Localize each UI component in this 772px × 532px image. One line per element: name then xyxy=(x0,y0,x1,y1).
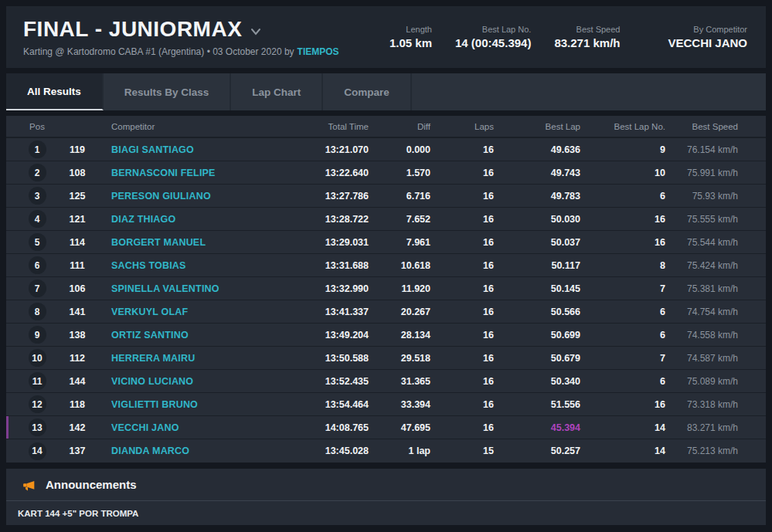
competitor-link[interactable]: HERRERA MAIRU xyxy=(99,353,276,364)
total-time: 13:32.990 xyxy=(276,283,369,294)
kart-number: 142 xyxy=(56,422,99,433)
diff: 47.695 xyxy=(369,422,430,433)
total-time: 13:41.337 xyxy=(276,307,369,317)
kart-number: 121 xyxy=(56,214,99,225)
table-row[interactable]: 4 121 DIAZ THIAGO 13:28.722 7.652 16 50.… xyxy=(6,208,766,231)
laps: 16 xyxy=(430,399,494,410)
diff: 11.920 xyxy=(369,283,430,294)
competitor-link[interactable]: VERKUYL OLAF xyxy=(99,307,276,317)
position-badge: 13 xyxy=(29,418,46,436)
diff: 1 lap xyxy=(369,446,430,456)
best-lap-no: 14 xyxy=(580,422,665,433)
position-cell: 3 xyxy=(19,187,56,205)
stat-label: Best Speed xyxy=(576,25,621,34)
total-time: 13:27.786 xyxy=(276,191,369,202)
competitor-link[interactable]: DIAZ THIAGO xyxy=(99,214,276,225)
best-lap: 50.117 xyxy=(494,260,580,271)
best-lap-no: 6 xyxy=(580,191,665,202)
chevron-down-icon[interactable] xyxy=(250,25,262,38)
competitor-link[interactable]: BERNASCONI FELIPE xyxy=(99,168,276,178)
table-body: 1 119 BIAGI SANTIAGO 13:21.070 0.000 16 … xyxy=(6,138,766,463)
competitor-link[interactable]: SACHS TOBIAS xyxy=(99,260,276,271)
announcements-panel: Announcements KART 144 +5" POR TROMPA xyxy=(6,469,766,525)
best-speed: 76.154 km/h xyxy=(665,144,766,155)
position-cell: 2 xyxy=(19,164,56,181)
competitor-link[interactable]: BORGERT MANUEL xyxy=(99,237,276,248)
stat-label: By Competitor xyxy=(693,25,747,34)
table-row[interactable]: 12 118 VIGLIETTI BRUNO 13:54.464 33.394 … xyxy=(6,393,766,416)
stat-item: Best Speed 83.271 km/h xyxy=(554,25,620,49)
table-row[interactable]: 5 114 BORGERT MANUEL 13:29.031 7.961 16 … xyxy=(6,231,766,254)
competitor-link[interactable]: DIANDA MARCO xyxy=(99,446,276,456)
competitor-link[interactable]: SPINELLA VALENTINO xyxy=(99,283,276,294)
position-cell: 9 xyxy=(19,326,56,344)
diff: 7.961 xyxy=(369,237,430,248)
best-speed: 74.587 km/h xyxy=(665,353,766,364)
table-row[interactable]: 7 106 SPINELLA VALENTINO 13:32.990 11.92… xyxy=(6,277,766,300)
best-speed: 75.544 km/h xyxy=(665,237,766,248)
best-lap: 50.679 xyxy=(494,353,580,364)
total-time: 13:31.688 xyxy=(276,260,369,271)
organizer-link[interactable]: TIEMPOS xyxy=(298,46,339,57)
laps: 16 xyxy=(430,353,494,364)
session-stats: Length 1.05 km Best Lap No. 14 (00:45.39… xyxy=(389,25,747,49)
table-row[interactable]: 2 108 BERNASCONI FELIPE 13:22.640 1.570 … xyxy=(6,161,766,185)
kart-number: 118 xyxy=(56,399,99,410)
table-row[interactable]: 8 141 VERKUYL OLAF 13:41.337 20.267 16 5… xyxy=(6,300,766,324)
best-speed: 75.555 km/h xyxy=(665,214,766,225)
event-subtitle-text: Karting @ Kartodromo CABA #1 (Argentina)… xyxy=(23,46,294,57)
position-badge: 6 xyxy=(29,256,46,274)
best-lap-no: 6 xyxy=(580,330,665,341)
competitor-link[interactable]: BIAGI SANTIAGO xyxy=(99,144,276,155)
table-row[interactable]: 10 112 HERRERA MAIRU 13:50.588 29.518 16… xyxy=(6,347,766,370)
table-header-row: Pos Competitor Total Time Diff Laps Best… xyxy=(6,116,766,138)
kart-number: 141 xyxy=(56,307,99,317)
table-row[interactable]: 9 138 ORTIZ SANTINO 13:49.204 28.134 16 … xyxy=(6,324,766,347)
tab[interactable]: Lap Chart xyxy=(231,73,323,110)
position-cell: 11 xyxy=(19,372,56,390)
tab[interactable]: Results By Class xyxy=(104,73,232,110)
kart-number: 138 xyxy=(56,330,99,341)
best-lap: 51.556 xyxy=(494,399,580,410)
table-row[interactable]: 11 144 VICINO LUCIANO 13:52.435 31.365 1… xyxy=(6,370,766,393)
laps: 16 xyxy=(430,237,494,248)
kart-number: 125 xyxy=(56,191,99,202)
total-time: 14:08.765 xyxy=(276,422,369,433)
best-speed: 75.381 km/h xyxy=(665,283,766,294)
kart-number: 119 xyxy=(56,144,99,155)
diff: 20.267 xyxy=(369,307,430,317)
table-row[interactable]: 3 125 PERESON GIULIANO 13:27.786 6.716 1… xyxy=(6,185,766,208)
stat-item: Length 1.05 km xyxy=(389,25,432,49)
table-row[interactable]: 1 119 BIAGI SANTIAGO 13:21.070 0.000 16 … xyxy=(6,138,766,161)
col-total-time: Total Time xyxy=(276,122,369,131)
col-best-lap: Best Lap xyxy=(494,122,580,131)
diff: 6.716 xyxy=(369,191,430,202)
stat-value: 83.271 km/h xyxy=(554,36,620,49)
page-header: FINAL - JUNIORMAX Karting @ Kartodromo C… xyxy=(6,6,766,68)
best-lap-no: 14 xyxy=(580,446,665,456)
table-row[interactable]: 6 111 SACHS TOBIAS 13:31.688 10.618 16 5… xyxy=(6,254,766,277)
position-cell: 14 xyxy=(19,442,56,460)
best-lap: 49.743 xyxy=(494,168,580,178)
competitor-link[interactable]: PERESON GIULIANO xyxy=(99,191,276,202)
position-cell: 8 xyxy=(19,303,56,320)
tab[interactable]: Compare xyxy=(323,73,412,110)
laps: 16 xyxy=(430,330,494,341)
competitor-link[interactable]: ORTIZ SANTINO xyxy=(99,330,276,341)
table-row[interactable]: 13 142 VECCHI JANO 14:08.765 47.695 16 4… xyxy=(6,416,766,439)
best-speed: 73.318 km/h xyxy=(665,399,766,410)
best-speed: 75.213 km/h xyxy=(665,446,766,456)
competitor-link[interactable]: VECCHI JANO xyxy=(99,422,276,433)
event-subtitle: Karting @ Kartodromo CABA #1 (Argentina)… xyxy=(23,46,339,57)
total-time: 13:52.435 xyxy=(276,376,369,387)
competitor-link[interactable]: VICINO LUCIANO xyxy=(99,376,276,387)
tab[interactable]: All Results xyxy=(6,73,104,110)
position-badge: 9 xyxy=(29,326,46,344)
position-badge: 1 xyxy=(29,141,46,158)
stat-item: Best Lap No. 14 (00:45.394) xyxy=(455,25,531,49)
table-row[interactable]: 14 137 DIANDA MARCO 13:45.028 1 lap 15 5… xyxy=(6,439,766,463)
laps: 16 xyxy=(430,168,494,178)
best-lap-no: 16 xyxy=(580,237,665,248)
best-lap: 50.030 xyxy=(494,214,580,225)
competitor-link[interactable]: VIGLIETTI BRUNO xyxy=(99,399,276,410)
